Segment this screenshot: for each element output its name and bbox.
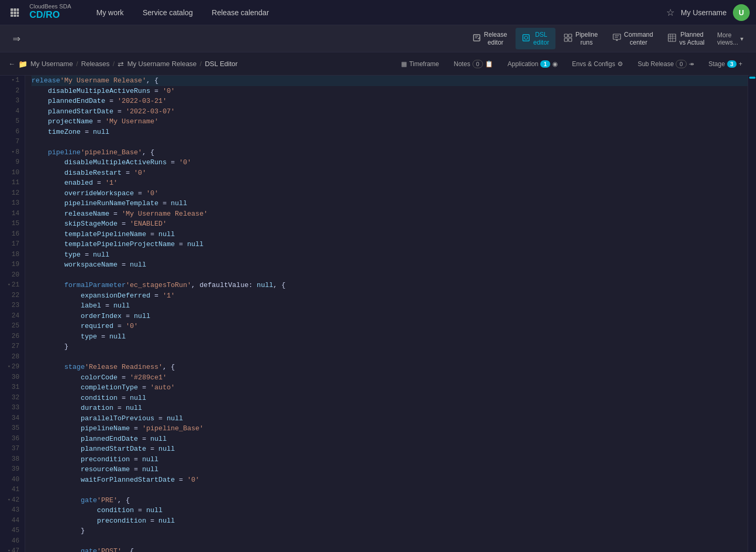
code-line[interactable]: gate 'POST', { [32, 546, 748, 552]
breadcrumb-release-name[interactable]: My Username Release [127, 60, 196, 68]
code-line[interactable] [32, 137, 748, 147]
sub-release-btn[interactable]: Sub Release 0 ↠ [633, 58, 699, 70]
branch-icon: ⇄ [118, 60, 124, 68]
line-num: 12 [0, 188, 25, 199]
brand-cdro[interactable]: CD/RO [29, 9, 71, 21]
avatar[interactable]: U [733, 4, 750, 21]
line-num: 9 [0, 157, 25, 168]
back-button[interactable]: ← [8, 60, 15, 68]
dsl-editor-btn[interactable]: DSLeditor [516, 28, 555, 49]
line-num: 31 [0, 383, 25, 393]
code-line[interactable]: required = '0' [32, 321, 748, 332]
code-line[interactable]: pipelineName = 'pipeline_Base' [32, 423, 748, 434]
code-line[interactable]: gate 'PRE', { [32, 495, 748, 506]
code-line[interactable]: plannedStartDate = null [32, 444, 748, 454]
application-badge: 1 [540, 60, 550, 68]
code-line[interactable]: workspaceName = null [32, 260, 748, 270]
code-line[interactable]: completionType = 'auto' [32, 383, 748, 393]
fold-arrow[interactable]: ▾ [8, 495, 10, 506]
notes-btn[interactable]: Notes 0 📋 [448, 58, 498, 70]
code-line[interactable]: skipStageMode = 'ENABLED' [32, 219, 748, 229]
envs-configs-btn[interactable]: Envs & Configs ⚙ [567, 58, 628, 70]
timeframe-icon: ▦ [401, 60, 407, 68]
command-center-btn[interactable]: Commandcenter [606, 28, 659, 49]
line-num: 6 [0, 127, 25, 137]
planned-actual-btn[interactable]: Plannedvs Actual [662, 28, 711, 49]
line-num: 33 [0, 403, 25, 413]
code-line[interactable] [32, 536, 748, 547]
code-line[interactable]: projectName = 'My Username' [32, 116, 748, 127]
code-line[interactable]: plannedEndDate = '2022-03-21' [32, 96, 748, 107]
svg-rect-18 [613, 34, 621, 39]
code-line[interactable]: orderIndex = null [32, 311, 748, 322]
stage-btn[interactable]: Stage 3 + [704, 58, 748, 70]
code-line[interactable]: pipelineRunNameTemplate = null [32, 198, 748, 209]
fold-arrow[interactable]: ▾ [12, 76, 14, 86]
nav-release-calendar[interactable]: Release calendar [203, 5, 277, 20]
code-line[interactable]: duration = null [32, 403, 748, 413]
code-line[interactable]: waitForPlannedStartDate = '0' [32, 475, 748, 485]
code-line[interactable]: disableMultipleActiveRuns = '0' [32, 157, 748, 168]
code-line[interactable]: templatePipelineName = null [32, 229, 748, 240]
code-line[interactable]: parallelToPrevious = null [32, 413, 748, 424]
code-line[interactable]: expansionDeferred = '1' [32, 291, 748, 301]
code-line[interactable]: enabled = '1' [32, 178, 748, 188]
code-line[interactable]: templatePipelineProjectName = null [32, 239, 748, 250]
fold-arrow[interactable]: ▾ [8, 280, 10, 291]
star-icon[interactable]: ☆ [666, 7, 675, 18]
brand-section: CloudBees SDA CD/RO [29, 4, 71, 21]
code-line[interactable]: label = null [32, 301, 748, 311]
line-num: 28 [0, 352, 25, 363]
code-line[interactable] [32, 485, 748, 495]
code-line[interactable]: condition = null [32, 393, 748, 404]
code-area[interactable]: release 'My Username Release', { disable… [25, 76, 748, 552]
code-line[interactable]: colorCode = '#289ce1' [32, 373, 748, 383]
release-editor-btn[interactable]: Releaseeditor [466, 28, 513, 49]
breadcrumb-releases[interactable]: Releases [81, 60, 110, 68]
code-line[interactable]: pipeline 'pipeline_Base', { [32, 147, 748, 158]
breadcrumb-username[interactable]: My Username [30, 60, 73, 68]
line-num: 7 [0, 137, 25, 147]
code-line[interactable]: type = null [32, 332, 748, 342]
code-line[interactable]: stage 'Release Readiness', { [32, 362, 748, 373]
release-editor-label: Releaseeditor [484, 31, 507, 46]
code-line[interactable]: disableRestart = '0' [32, 168, 748, 178]
code-line[interactable]: condition = null [32, 505, 748, 516]
code-line[interactable]: plannedEndDate = null [32, 434, 748, 444]
code-line[interactable]: } [32, 526, 748, 536]
nav-service-catalog[interactable]: Service catalog [134, 5, 202, 20]
line-num: 38 [0, 454, 25, 465]
pipeline-runs-btn[interactable]: Pipelineruns [558, 28, 604, 49]
code-line[interactable]: releaseName = 'My Username Release' [32, 209, 748, 219]
svg-point-13 [524, 36, 528, 39]
code-line[interactable]: } [32, 342, 748, 352]
code-line[interactable]: disableMultipleActiveRuns = '0' [32, 86, 748, 97]
fold-arrow[interactable]: ▾ [12, 147, 14, 158]
application-btn[interactable]: Application 1 ◉ [502, 58, 563, 70]
code-line[interactable]: type = null [32, 250, 748, 260]
code-line[interactable] [32, 352, 748, 363]
code-line[interactable]: release 'My Username Release', { [32, 76, 748, 86]
line-num: 45 [0, 526, 25, 536]
timeframe-btn[interactable]: ▦ Timeframe [396, 58, 444, 70]
code-line[interactable]: precondition = null [32, 516, 748, 526]
nav-my-work[interactable]: My work [88, 5, 132, 20]
fold-arrow[interactable]: ▾ [8, 362, 10, 373]
hamburger-icon[interactable]: ⇒ [8, 31, 25, 47]
line-num: 4 [0, 107, 25, 117]
username-label: My Username [681, 8, 727, 17]
code-line[interactable]: formalParameter 'ec_stagesToRun', defaul… [32, 280, 748, 291]
command-center-label: Commandcenter [624, 31, 653, 46]
grid-icon[interactable] [6, 4, 23, 21]
code-line[interactable] [32, 270, 748, 281]
code-line[interactable]: precondition = null [32, 454, 748, 465]
pipeline-runs-label: Pipelineruns [575, 31, 598, 46]
code-line[interactable]: timeZone = null [32, 127, 748, 137]
notes-badge: 0 [472, 60, 483, 68]
code-line[interactable]: resourceName = null [32, 464, 748, 475]
more-views-btn[interactable]: Moreviews... ▾ [713, 28, 748, 49]
code-line[interactable]: overrideWorkspace = '0' [32, 188, 748, 199]
line-num: 36 [0, 434, 25, 444]
code-line[interactable]: plannedStartDate = '2022-03-07' [32, 107, 748, 117]
fold-arrow[interactable]: ▾ [8, 546, 10, 552]
